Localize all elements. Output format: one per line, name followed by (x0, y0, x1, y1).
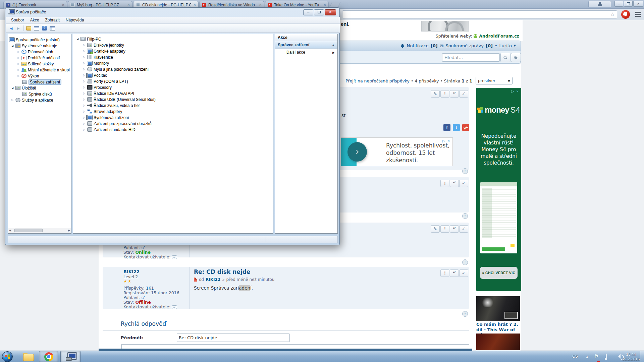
expander-open-icon[interactable] (11, 86, 14, 89)
post-title[interactable]: Re: CD disk nejde (194, 268, 250, 275)
device-keyboards[interactable]: Klávesnice (83, 54, 113, 60)
tree-item-event-viewer[interactable]: Prohlížeč událostí (17, 55, 60, 61)
show-desktop-button[interactable] (640, 351, 644, 362)
device-usb-controllers[interactable]: Řadiče USB (Universal Serial Bus) (83, 97, 156, 102)
expander-closed-icon[interactable] (17, 62, 20, 65)
network-icon[interactable] (606, 354, 607, 362)
show-console-tree-icon[interactable] (34, 26, 39, 31)
edit-post-button[interactable] (431, 90, 440, 98)
close-button[interactable]: × (325, 9, 336, 15)
device-network-adapters[interactable]: Síťové adaptéry (83, 109, 122, 114)
expander-closed-icon[interactable] (83, 122, 86, 125)
inline-ad-banner[interactable]: Rychlost, spolehlivost, odbornost. 15 le… (341, 137, 453, 166)
start-button[interactable] (2, 351, 13, 362)
article-thumbnail-2[interactable] (476, 334, 520, 350)
device-computer[interactable]: Počítač (83, 72, 107, 78)
device-hid-devices[interactable]: Zařízení standardu HID (83, 127, 136, 132)
explorer-taskbar-button[interactable] (19, 351, 37, 362)
style-select[interactable]: prosilver (476, 77, 513, 84)
posts-count[interactable]: 161 (146, 286, 154, 291)
googleplus-share-icon[interactable]: g+ (462, 124, 469, 131)
device-system-devices[interactable]: Systémová zařízení (83, 115, 129, 120)
tree-item-system-tools[interactable]: Systémové nástroje (11, 43, 57, 49)
actions-more[interactable]: Další akce ▶ (275, 49, 337, 56)
menu-zobrazit[interactable]: Zobrazit (42, 17, 62, 24)
expander-closed-icon[interactable] (11, 99, 14, 102)
twitter-share-icon[interactable]: t (453, 124, 460, 131)
minimize-button[interactable]: – (303, 9, 313, 15)
expander-closed-icon[interactable] (83, 98, 86, 101)
expander-open-icon[interactable] (76, 38, 79, 41)
scroll-top-link[interactable] (462, 213, 468, 219)
money-ad-button[interactable]: » CHCI VĚDĚT VÍC (480, 267, 518, 279)
tree-item-device-manager-selected[interactable]: Správce zařízení (22, 79, 61, 85)
help-icon[interactable]: ? (42, 26, 47, 31)
expander-closed-icon[interactable] (83, 128, 86, 131)
search-button[interactable] (500, 53, 511, 62)
show-action-pane-icon[interactable] (50, 26, 55, 31)
subject-input[interactable] (177, 334, 290, 342)
device-mice[interactable]: Myši a jiná polohovací zařízení (83, 66, 149, 72)
accept-post-button[interactable] (459, 180, 468, 187)
console-icon[interactable] (26, 26, 31, 31)
expander-closed-icon[interactable] (83, 62, 86, 65)
expander-closed-icon[interactable] (83, 86, 86, 89)
console-tree-panel[interactable]: Správa počítače (místní) Systémové nástr… (8, 34, 71, 234)
scroll-top-link[interactable] (462, 311, 468, 317)
actions-group-device-manager[interactable]: Správce zařízení ▲ (275, 41, 337, 49)
expander-closed-icon[interactable] (17, 74, 20, 77)
computer-management-window[interactable]: Správa počítače – × Soubor Akce Zobrazit… (5, 7, 340, 245)
edit-post-button[interactable] (431, 225, 440, 233)
unread-posts-link[interactable]: Přejít na nepřečtené příspěvky (345, 78, 410, 83)
expander-closed-icon[interactable] (83, 104, 86, 107)
back-icon[interactable]: ◄ (9, 26, 13, 31)
expander-closed-icon[interactable] (83, 44, 86, 47)
byline-author[interactable]: RIKI22 (206, 277, 220, 282)
expander-closed-icon[interactable] (83, 68, 86, 71)
expander-closed-icon[interactable] (83, 50, 86, 53)
menu-akce[interactable]: Akce (28, 17, 42, 24)
show-hidden-icons[interactable]: ▲ (586, 355, 589, 362)
tree-item-shared-folders[interactable]: Sdílené složky (17, 61, 54, 67)
report-post-button[interactable] (440, 225, 449, 233)
expander-closed-icon[interactable] (83, 80, 86, 83)
tree-item-task-scheduler[interactable]: Plánovač úloh (17, 49, 53, 55)
device-processors[interactable]: Procesory (83, 84, 112, 90)
chrome-taskbar-button[interactable] (39, 351, 58, 362)
report-post-button[interactable] (440, 90, 449, 98)
collapse-icon[interactable]: ▲ (332, 41, 335, 49)
expander-closed-icon[interactable] (83, 116, 86, 119)
notifications-link[interactable]: Notifikace (407, 43, 429, 48)
device-ide-controllers[interactable]: Řadiče IDE ATA/ATAPI (83, 90, 134, 96)
tree-item-disk-management[interactable]: Správa disků (22, 91, 52, 97)
message-bubble-icon[interactable] (172, 255, 177, 259)
tree-item-performance[interactable]: Výkon (17, 73, 39, 79)
facebook-share-icon[interactable]: f (443, 124, 450, 131)
menu-soubor[interactable]: Soubor (8, 17, 27, 24)
horizontal-scrollbar[interactable]: ◀ ▶ (8, 228, 71, 233)
menu-napoveda[interactable]: Nápověda (63, 17, 87, 24)
money-s4-ad[interactable]: money S4 Nepodceňujte vlastní růst! Mone… (476, 88, 521, 291)
post-author[interactable]: RIKI22 (123, 269, 140, 274)
expander-closed-icon[interactable] (83, 74, 86, 77)
forward-icon[interactable]: ► (16, 26, 20, 31)
action-center-icon[interactable]: ⚑× (594, 353, 599, 362)
search-settings-button[interactable] (511, 53, 521, 62)
accept-post-button[interactable] (459, 225, 468, 233)
search-input[interactable] (442, 53, 500, 62)
device-ports[interactable]: Porty (COM a LPT) (83, 78, 128, 84)
report-post-button[interactable] (440, 180, 449, 187)
tree-item-root[interactable]: Správa počítače (místní) (9, 37, 60, 43)
scroll-top-link[interactable] (462, 168, 468, 174)
accept-post-button[interactable] (459, 90, 468, 98)
quote-post-button[interactable] (450, 90, 459, 98)
expander-open-icon[interactable] (11, 44, 14, 47)
tree-item-storage[interactable]: Úložiště (11, 85, 36, 91)
expander-closed-icon[interactable] (17, 56, 20, 59)
expander-closed-icon[interactable] (17, 50, 20, 53)
expander-closed-icon[interactable] (83, 92, 86, 95)
tree-item-services[interactable]: Služby a aplikace (11, 97, 53, 103)
device-root[interactable]: Filip-PC (76, 36, 101, 42)
computer-management-taskbar-button[interactable] (60, 351, 80, 362)
expander-closed-icon[interactable] (17, 68, 20, 71)
